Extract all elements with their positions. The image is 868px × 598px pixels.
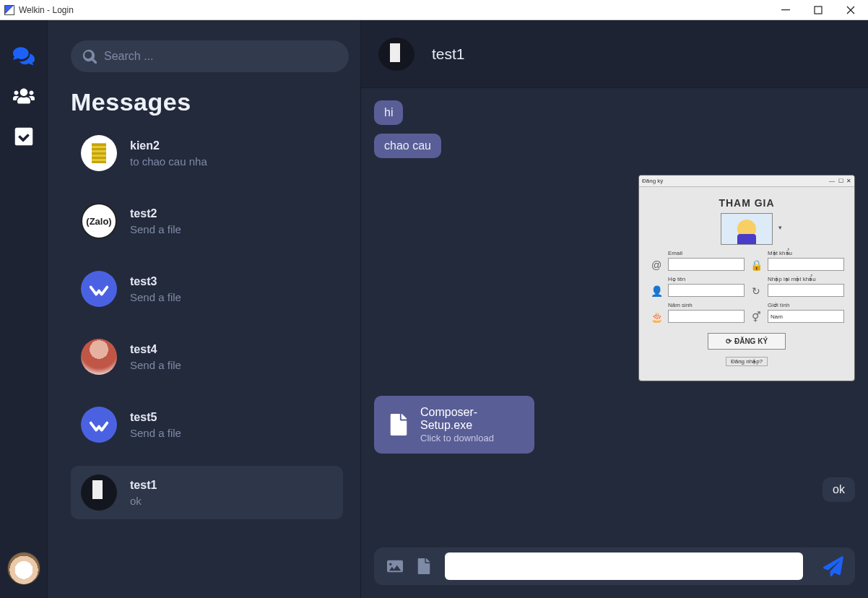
gender-icon: ⚥ bbox=[749, 301, 763, 323]
conversation-preview: Send a file bbox=[130, 359, 181, 371]
conversation-name: test4 bbox=[130, 343, 181, 356]
person-icon: 👤 bbox=[649, 275, 664, 297]
conversation-name: test3 bbox=[130, 275, 181, 288]
conversation-preview: Send a file bbox=[130, 291, 181, 303]
lock-icon: 🔒 bbox=[749, 249, 763, 271]
search-icon bbox=[82, 49, 97, 64]
conversations-panel: Messages kien2 to chao cau nha (Zalo) te… bbox=[47, 20, 360, 598]
conversation-preview: Send a file bbox=[130, 427, 181, 439]
message-input[interactable] bbox=[445, 552, 803, 580]
incoming-message: hi bbox=[374, 100, 403, 125]
current-user-avatar[interactable] bbox=[7, 552, 40, 585]
chat-messages[interactable]: hi chao cau Đăng ký — ☐ ✕ THAM GIA @ Ema… bbox=[361, 88, 868, 539]
conversation-preview: to chao cau nha bbox=[130, 155, 207, 168]
outgoing-message: ok bbox=[823, 477, 855, 502]
window-close-button[interactable] bbox=[834, 1, 867, 20]
window-maximize-button[interactable] bbox=[802, 1, 834, 20]
conversation-preview: Send a file bbox=[130, 223, 181, 235]
conversation-name: test5 bbox=[130, 411, 181, 424]
search-box[interactable] bbox=[71, 40, 349, 72]
conversation-item[interactable]: kien2 to chao cau nha bbox=[71, 126, 343, 180]
file-icon bbox=[390, 414, 407, 436]
nav-contacts-icon[interactable] bbox=[12, 86, 36, 106]
message-composer bbox=[374, 547, 855, 585]
avatar-icon bbox=[81, 474, 117, 511]
nav-tasks-icon[interactable] bbox=[12, 126, 36, 147]
cake-icon: 🎂 bbox=[649, 301, 664, 323]
avatar-icon bbox=[81, 339, 117, 375]
svg-rect-0 bbox=[781, 9, 790, 10]
conversation-item[interactable]: test1 ok bbox=[71, 466, 343, 519]
search-input[interactable] bbox=[104, 50, 337, 63]
conversation-name: test1 bbox=[130, 479, 157, 492]
conversation-list[interactable]: kien2 to chao cau nha (Zalo) test2 Send … bbox=[71, 126, 349, 588]
image-attachment[interactable]: Đăng ký — ☐ ✕ THAM GIA @ Email 🔒 Mật khẩ… bbox=[638, 175, 855, 381]
app-icon bbox=[4, 5, 14, 15]
navigation-rail bbox=[0, 20, 47, 598]
attach-file-button[interactable] bbox=[416, 558, 432, 574]
repeat-icon: ↻ bbox=[749, 275, 763, 297]
conversation-item[interactable]: test3 Send a file bbox=[71, 262, 343, 316]
embedded-form-heading: THAM GIA bbox=[649, 197, 844, 209]
nav-messages-icon[interactable] bbox=[12, 46, 36, 66]
conversation-name: test2 bbox=[130, 207, 181, 220]
conversation-name: kien2 bbox=[130, 139, 207, 152]
send-icon bbox=[823, 556, 843, 576]
embedded-login-link: Đăng nhập? bbox=[726, 357, 768, 366]
chat-contact-avatar[interactable] bbox=[378, 38, 415, 71]
section-title: Messages bbox=[71, 88, 349, 116]
avatar-icon: (Zalo) bbox=[81, 203, 117, 239]
avatar-icon bbox=[81, 407, 117, 443]
avatar-icon bbox=[81, 135, 117, 171]
embedded-submit-button: ⟳ĐĂNG KÝ bbox=[708, 333, 786, 350]
embedded-avatar-picker bbox=[721, 213, 773, 245]
chat-header: test1 bbox=[361, 20, 868, 88]
conversation-item[interactable]: test5 Send a file bbox=[71, 398, 343, 451]
file-name: Composer-Setup.exe bbox=[420, 406, 518, 432]
window-title: Welkin - Login bbox=[19, 5, 74, 15]
at-icon: @ bbox=[649, 249, 664, 271]
file-attachment[interactable]: Composer-Setup.exe Click to download bbox=[374, 396, 534, 454]
avatar-icon bbox=[81, 271, 117, 307]
conversation-item[interactable]: (Zalo) test2 Send a file bbox=[71, 194, 343, 248]
incoming-message: chao cau bbox=[374, 134, 441, 158]
window-titlebar: Welkin - Login bbox=[0, 0, 868, 20]
svg-rect-1 bbox=[815, 6, 822, 14]
chat-area: test1 hi chao cau Đăng ký — ☐ ✕ THAM GIA… bbox=[360, 20, 868, 598]
window-minimize-button[interactable] bbox=[769, 1, 802, 20]
file-subtitle: Click to download bbox=[420, 433, 518, 443]
chat-contact-name: test1 bbox=[432, 46, 465, 63]
conversation-item[interactable]: test4 Send a file bbox=[71, 330, 343, 384]
conversation-preview: ok bbox=[130, 495, 157, 507]
attach-image-button[interactable] bbox=[387, 558, 403, 574]
send-button[interactable] bbox=[816, 552, 851, 581]
embedded-window-title: Đăng ký bbox=[642, 178, 663, 184]
